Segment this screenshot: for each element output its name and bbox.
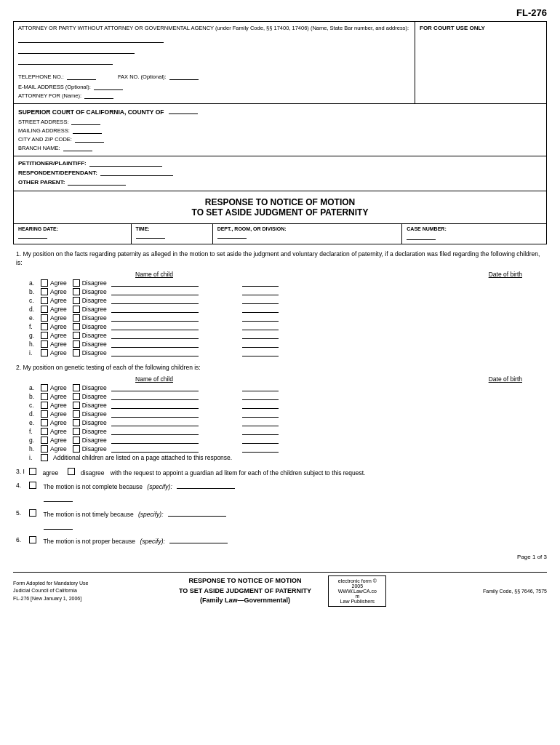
col-name-header2: Name of child — [60, 375, 249, 383]
q2-disagree-checkbox-e[interactable] — [73, 419, 80, 426]
branch-row: BRANCH NAME: — [18, 144, 542, 151]
q2-agree-checkbox-f[interactable] — [41, 428, 48, 435]
court-section: SUPERIOR COURT OF CALIFORNIA, COUNTY OF … — [13, 104, 547, 156]
fax-label: FAX NO. (Optional): — [118, 73, 167, 80]
q2-agree-checkbox-c[interactable] — [41, 402, 48, 409]
table-row: a. Agree Disagree — [16, 384, 544, 391]
table-row: g. Agree Disagree — [16, 332, 544, 339]
party-section: PETITIONER/PLAINTIFF: RESPONDENT/DEFENDA… — [13, 156, 547, 191]
court-title-row: SUPERIOR COURT OF CALIFORNIA, COUNTY OF — [18, 107, 542, 116]
form-title-line2: TO SET ASIDE JUDGMENT OF PATERNITY — [17, 207, 543, 218]
table-row: d. Agree Disagree — [16, 410, 544, 418]
tel-label: TELEPHONE NO.: — [18, 73, 64, 80]
footer-box: electronic form © 2005 WWW.LawCA.co m La… — [328, 575, 386, 607]
q2-agree-checkbox-a[interactable] — [41, 384, 48, 391]
q2-disagree-checkbox-b[interactable] — [73, 393, 80, 400]
other-parent-row: OTHER PARENT: — [18, 178, 542, 186]
disagree-checkbox-c[interactable] — [73, 297, 80, 304]
title-section: RESPONSE TO NOTICE OF MOTION TO SET ASID… — [13, 191, 547, 224]
table-row: a. Agree Disagree — [16, 279, 544, 287]
agree-checkbox-f[interactable] — [41, 323, 48, 330]
table-row: h. Agree Disagree — [16, 445, 544, 453]
dept-cell: DEPT., ROOM, OR DIVISION: — [213, 224, 403, 244]
footer-right: Family Code, §§ 7646, 7575 — [392, 589, 547, 594]
email-label: E-MAIL ADDRESS (Optional): — [18, 84, 91, 90]
body-section: 1. My position on the facts regarding pa… — [13, 244, 547, 554]
time-cell: TIME: — [132, 224, 213, 244]
agree-checkbox-b[interactable] — [41, 288, 48, 295]
table-row: e. Agree Disagree — [16, 419, 544, 426]
agree-checkbox-d[interactable] — [41, 306, 48, 313]
q2-disagree-checkbox-g[interactable] — [73, 437, 80, 444]
disagree-checkbox-g[interactable] — [73, 332, 80, 339]
table-row: d. Agree Disagree — [16, 306, 544, 313]
footer: Form Adopted for Mandatory Use Judicial … — [13, 572, 547, 607]
q1-rows: a. Agree Disagree b. Agree Disagree c. — [16, 279, 544, 356]
q2-agree-checkbox-d[interactable] — [41, 410, 48, 418]
court-use-only: FOR COURT USE ONLY — [415, 22, 546, 103]
q5-row: 5. The motion is not timely because (spe… — [16, 509, 544, 533]
attorney-title: ATTORNEY OR PARTY WITHOUT ATTORNEY OR GO… — [18, 25, 410, 31]
petitioner-row: PETITIONER/PLAINTIFF: — [18, 159, 542, 167]
q4-checkbox[interactable] — [29, 482, 36, 489]
respondent-row: RESPONDENT/DEFENDANT: — [18, 169, 542, 176]
attorney-for-row: ATTORNEY FOR (Name): — [18, 92, 410, 99]
q2-disagree-checkbox-c[interactable] — [73, 402, 80, 409]
court-use-label: FOR COURT USE ONLY — [420, 25, 485, 31]
top-section: ATTORNEY OR PARTY WITHOUT ATTORNEY OR GO… — [13, 21, 547, 104]
q2-disagree-checkbox-d[interactable] — [73, 410, 80, 418]
q2-disagree-checkbox-h[interactable] — [73, 445, 80, 453]
table-row: f. Agree Disagree — [16, 428, 544, 435]
page-number: Page 1 of 3 — [13, 554, 547, 560]
q2-agree-checkbox-h[interactable] — [41, 445, 48, 453]
agree-checkbox-a[interactable] — [41, 279, 48, 287]
agree-checkbox-i[interactable] — [41, 349, 48, 356]
q3-agree-checkbox[interactable] — [29, 468, 36, 475]
table-row: c. Agree Disagree — [16, 402, 544, 409]
q4-row: 4. The motion is not complete because (s… — [16, 482, 544, 505]
q2-agree-checkbox-e[interactable] — [41, 419, 48, 426]
table-row: e. Agree Disagree — [16, 314, 544, 322]
tel-fax-row: TELEPHONE NO.: FAX NO. (Optional): — [18, 73, 410, 81]
q1-text: 1. My position on the facts regarding pa… — [16, 250, 544, 268]
form-title-line1: RESPONSE TO NOTICE OF MOTION — [17, 197, 543, 207]
table-row: c. Agree Disagree — [16, 297, 544, 304]
q2-additional-row: i. Additional children are listed on a p… — [16, 454, 544, 461]
col-name-header: Name of child — [60, 271, 249, 278]
city-zip-row: CITY AND ZIP CODE: — [18, 135, 542, 143]
q2-additional-checkbox[interactable] — [41, 454, 48, 461]
q3-row: 3. I agree disagree with the request to … — [16, 468, 544, 478]
disagree-checkbox-d[interactable] — [73, 306, 80, 313]
table-row: g. Agree Disagree — [16, 437, 544, 444]
table-row: h. Agree Disagree — [16, 340, 544, 348]
q2-disagree-checkbox-a[interactable] — [73, 384, 80, 391]
q2-agree-checkbox-b[interactable] — [41, 393, 48, 400]
agree-checkbox-h[interactable] — [41, 340, 48, 348]
form-number: FL-276 — [13, 7, 547, 18]
q2-rows: a. Agree Disagree b. Agree Disagree c. — [16, 384, 544, 453]
agree-checkbox-g[interactable] — [41, 332, 48, 339]
agree-checkbox-e[interactable] — [41, 314, 48, 322]
q5-checkbox[interactable] — [29, 509, 36, 517]
disagree-checkbox-b[interactable] — [73, 288, 80, 295]
table-row: b. Agree Disagree — [16, 288, 544, 295]
disagree-checkbox-f[interactable] — [73, 323, 80, 330]
q1-col-headers: Name of child Date of birth — [16, 271, 544, 278]
q2-disagree-checkbox-f[interactable] — [73, 428, 80, 435]
footer-center: RESPONSE TO NOTICE OF MOTION TO SET ASID… — [168, 576, 323, 606]
disagree-checkbox-e[interactable] — [73, 314, 80, 322]
disagree-checkbox-a[interactable] — [73, 279, 80, 287]
agree-checkbox-c[interactable] — [41, 297, 48, 304]
street-row: STREET ADDRESS: — [18, 118, 542, 125]
case-number-cell: CASE NUMBER: — [402, 224, 546, 244]
q2-agree-checkbox-g[interactable] — [41, 437, 48, 444]
hearing-section: HEARING DATE: TIME: DEPT., ROOM, OR DIVI… — [13, 224, 547, 244]
q6-checkbox[interactable] — [29, 536, 36, 543]
table-row: f. Agree Disagree — [16, 323, 544, 330]
disagree-checkbox-h[interactable] — [73, 340, 80, 348]
attorney-section: ATTORNEY OR PARTY WITHOUT ATTORNEY OR GO… — [14, 22, 415, 103]
disagree-checkbox-i[interactable] — [73, 349, 80, 356]
hearing-date-cell: HEARING DATE: — [14, 224, 132, 244]
q3-disagree-checkbox[interactable] — [68, 468, 75, 475]
footer-left: Form Adopted for Mandatory Use Judicial … — [13, 580, 168, 603]
